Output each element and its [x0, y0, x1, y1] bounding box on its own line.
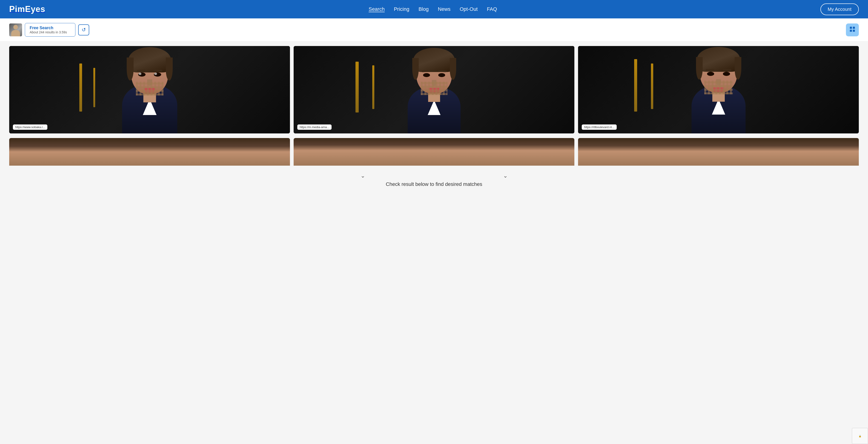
- result-url-1: https://www.sobaka.r...: [13, 124, 48, 130]
- filter-button[interactable]: [846, 24, 859, 36]
- nav-item-news[interactable]: News: [438, 6, 451, 12]
- result-card-3[interactable]: https://rtlboulevard.nl...: [578, 46, 859, 134]
- nav-item-blog[interactable]: Blog: [418, 6, 429, 12]
- result-card-2[interactable]: https://m.media-ama...: [293, 46, 575, 134]
- nav-item-faq[interactable]: FAQ: [487, 6, 497, 12]
- chevron-right-icon: ⌄: [503, 173, 508, 179]
- result-card-1[interactable]: https://www.sobaka.r...: [9, 46, 290, 134]
- cta-banner: ⌄ ⌄ Check result below to find desired m…: [0, 166, 868, 192]
- partial-card-3[interactable]: [578, 138, 859, 166]
- result-url-3: https://rtlboulevard.nl...: [582, 124, 617, 130]
- recaptcha-icon: 🔒: [859, 435, 861, 437]
- cta-chevrons: ⌄ ⌄: [5, 173, 863, 179]
- nav-item-optout[interactable]: Opt-Out: [460, 6, 477, 12]
- search-thumbnail: [9, 24, 22, 36]
- partial-card-2[interactable]: [293, 138, 575, 166]
- svg-rect-1: [853, 27, 855, 29]
- svg-rect-3: [853, 30, 855, 32]
- cta-text: Check result below to find desired match…: [5, 181, 863, 187]
- svg-rect-2: [850, 30, 852, 32]
- nav-item-pricing[interactable]: Pricing: [394, 6, 409, 12]
- result-image-2: [293, 46, 575, 134]
- chevron-left-icon: ⌄: [361, 173, 365, 179]
- navbar: PimEyes Search Pricing Blog News Opt-Out…: [0, 0, 868, 19]
- logo[interactable]: PimEyes: [9, 4, 45, 14]
- partial-card-1[interactable]: [9, 138, 290, 166]
- results-grid: https://www.sobaka.r... https://m.media-…: [0, 41, 868, 138]
- search-area: Free Search About 244 results in 3.59s ↺: [0, 19, 868, 41]
- result-image-3: [578, 46, 859, 134]
- result-count: About 244 results in 3.59s: [30, 30, 70, 34]
- result-url-2: https://m.media-ama...: [297, 124, 332, 130]
- refresh-icon: ↺: [82, 27, 86, 33]
- bottom-partial-grid: [0, 138, 868, 166]
- nav-item-search[interactable]: Search: [369, 6, 385, 12]
- free-search-label: Free Search: [30, 26, 70, 30]
- result-image-1: [9, 46, 290, 134]
- search-left: Free Search About 244 results in 3.59s ↺: [9, 23, 89, 36]
- svg-rect-0: [850, 27, 852, 29]
- thumbnail-image: [9, 24, 22, 36]
- nav-links: Search Pricing Blog News Opt-Out FAQ: [369, 6, 497, 12]
- my-account-button[interactable]: My Account: [820, 3, 859, 15]
- filter-icon: [849, 26, 856, 34]
- recaptcha-widget[interactable]: 🔒: [852, 428, 868, 444]
- search-info-box: Free Search About 244 results in 3.59s: [25, 23, 75, 36]
- refresh-button[interactable]: ↺: [78, 24, 89, 35]
